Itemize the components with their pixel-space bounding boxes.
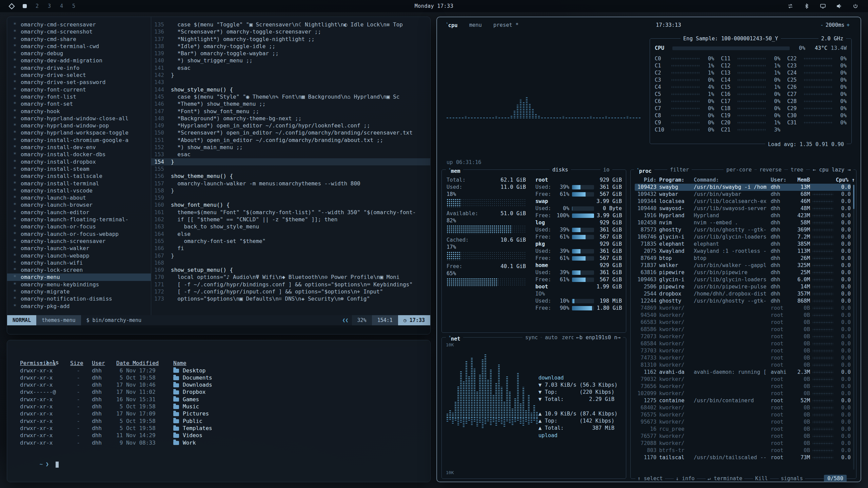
process-row[interactable]: 72088 kworker/ root 0B 0.0 [635,440,851,447]
file-item[interactable]: * omarchy-install-terminal [7,180,151,187]
code-line[interactable]: 164 else [151,230,430,238]
process-row[interactable]: 109423 swaybg /usr/bin/swaybg -i /hom dh… [635,184,851,191]
workspace-button[interactable]: 4 [60,3,63,9]
process-row[interactable]: 68402 kworker/ root 0B 0.0 [635,404,851,411]
workspace-button[interactable]: 5 [72,3,75,9]
code-line[interactable]: 135 case $(menu "Toggle" "▣ Screensaver\… [151,21,430,28]
code-line[interactable]: 155 [151,165,430,172]
code-line[interactable]: 170 local options="♪ Audio\nΨ Wifi\n◆ Bl… [151,273,430,281]
file-item[interactable]: * omarchy-cmd-share [7,36,151,43]
file-item[interactable]: * omarchy-cmd-screenshot [7,28,151,35]
volume-icon[interactable] [836,3,842,9]
tab-io[interactable]: io [600,166,612,174]
code-line[interactable]: 136 *Screensaver*) omarchy-toggle-screen… [151,28,430,35]
file-item[interactable]: * omarchy-drive-set-password [7,79,151,86]
file-item[interactable]: * omarchy-launch-about [7,194,151,201]
code-line[interactable]: 147 *Font*) show_font_menu ;; [151,108,430,115]
file-item[interactable]: * omarchy-drive-select [7,72,151,79]
process-row[interactable]: 1170 tailscal /usr/sbin/tailscaled -- ro… [635,454,851,461]
update-icon[interactable] [787,3,793,9]
code-line[interactable]: 161 theme=$(menu "Font" "$(omarchy-font-… [151,209,430,216]
interval-decrease-button[interactable]: - [818,22,825,28]
proc-tree-toggle[interactable]: tree [788,166,806,174]
code-line[interactable]: 139 *Bar*) omarchy-toggle-waybar ;; [151,50,430,57]
proc-reverse-toggle[interactable]: reverse [757,166,784,174]
file-item[interactable]: * omarchy-lock-screen [7,266,151,273]
process-row[interactable]: 2544 dropbox /home/dhh/.dropbox-dist dhh… [635,290,851,298]
process-row[interactable]: 73703 kworker/ root 0B 0.0 [635,347,851,354]
process-row[interactable]: 95673 kworker/ root 0B 0.0 [635,419,851,426]
code-line[interactable]: 137 *Nightlight*) omarchy-toggle-nightli… [151,36,430,43]
process-row[interactable]: 76577 kworker/ root 0B 0.0 [635,433,851,440]
file-item[interactable]: * omarchy-debug [7,50,151,57]
process-row[interactable]: 109463 glycin-i /usr/lib/glycin-loaders … [635,276,851,283]
file-item[interactable]: * omarchy-pkg-add [7,303,151,310]
file-item[interactable]: * omarchy-install-vscode [7,187,151,194]
code-line[interactable]: 140 *) show_trigger_menu ;; [151,57,430,64]
code-line[interactable]: 168 [151,259,430,266]
proc-scrollbar[interactable] [853,185,854,470]
file-item[interactable]: * omarchy-install-dropbox [7,158,151,165]
process-row[interactable]: 87573 ghostty /usr/bin/ghostty --gtk- dh… [635,226,851,233]
file-item[interactable]: * omarchy-hyprland-window-pop [7,122,151,129]
code-line[interactable]: 167 } [151,252,430,259]
code-line[interactable]: 165 omarchy-font-set "$theme" [151,238,430,245]
process-row[interactable]: 1162 avahi-da avahi-daemon: running [ av… [635,369,851,376]
file-item[interactable]: * omarchy-launch-editor [7,209,151,216]
process-row[interactable]: 76575 kworker/ root 0B 0.0 [635,411,851,419]
preset-button[interactable]: preset * [493,22,519,28]
tab-proc[interactable]: ⁴proc [634,166,654,174]
file-item[interactable]: * omarchy-install-chromium-google-a [7,137,151,144]
process-row[interactable]: 1275 containe /usr/bin/containerd root 5… [635,397,851,404]
process-row[interactable]: 1916 Hyprland Hyprland dhh 423M 0.0 [635,212,851,219]
proc-key-hint[interactable]: ↓ info [674,475,697,482]
process-row[interactable]: 71835 elephant elephant dhh 385M 0.0 [635,241,851,248]
process-row[interactable]: 12244 ghostty /usr/bin/ghostty --gtk- dh… [635,298,851,305]
file-item[interactable]: * omarchy-dev-add-migration [7,57,151,64]
process-row[interactable]: 66583 kworker/ root 0B 0.0 [635,319,851,326]
file-item[interactable]: * omarchy-install-steam [7,165,151,172]
file-item[interactable]: * omarchy-launch-webapp [7,252,151,259]
workspace-button[interactable]: 3 [48,3,51,9]
code-line[interactable]: 145 case $(menu "Style" "◉ Theme\n✎ Font… [151,93,430,100]
proc-key-hint[interactable]: ↵ terminate [706,475,745,482]
code-line[interactable]: 169 show_setup_menu() { [151,266,430,273]
workspace-button[interactable]: 2 [36,3,39,9]
process-row[interactable]: 74733 kworker/ root 0B 0.0 [635,354,851,362]
display-icon[interactable] [820,3,826,9]
terminal-window[interactable]: ~❯ls PermissionsSizeUserDate ModifiedNam… [7,340,431,482]
file-item[interactable]: * omarchy-hook [7,108,151,115]
tab-cpu[interactable]: ¹cpu [446,22,458,28]
code-line[interactable]: 156 show_theme_menu() { [151,172,430,180]
net-sync-button[interactable]: sync [522,334,540,341]
file-item[interactable]: * omarchy-menu-keybindings [7,281,151,288]
code-line[interactable]: 141 esac [151,64,430,72]
proc-key-hint[interactable]: ↑ select [635,475,665,482]
net-auto-button[interactable]: auto [542,334,560,341]
file-item[interactable]: * omarchy-menu [7,273,151,281]
code-line[interactable]: 173 options="$options\n▣ Defaults\n⌗ DNS… [151,295,430,302]
workspace-active-indicator[interactable] [23,4,27,8]
code-line[interactable]: 152 *) show_main_menu ;; [151,144,430,151]
process-row[interactable]: 94540 kworker/ root 0B 0.0 [635,312,851,319]
process-row[interactable]: 73656 kworker/ root 0B 0.0 [635,383,851,390]
file-item[interactable]: * omarchy-launch-screensaver [7,238,151,245]
proc-filter-button[interactable]: filter [667,166,692,174]
code-line[interactable]: 146 *Theme*) show_theme_menu ;; [151,100,430,107]
net-interface-switcher[interactable]: ←b enp191s0 n→ [573,334,623,341]
file-item[interactable]: * omarchy-notification-dismiss [7,295,151,302]
process-row[interactable]: 71837 walker /usr/bin/walker --gappl dhh… [635,262,851,269]
process-row[interactable]: 79032 kworker/ root 0B 0.0 [635,376,851,383]
process-row[interactable]: 63816 pipewire /usr/bin/pipewire dhh 25M… [635,269,851,276]
code-line[interactable]: 142 } [151,72,430,79]
file-item[interactable]: * omarchy-font-set [7,100,151,107]
proc-scrollbar-thumb[interactable] [853,185,854,209]
code-line[interactable]: 143 [151,79,430,86]
proc-key-hint[interactable]: Kill [753,475,770,482]
proc-key-hint[interactable]: signals [779,475,805,482]
process-row[interactable]: 81310 kworker/ root 0B 0.0 [635,362,851,369]
code-line[interactable]: 160 show_font_menu() { [151,201,430,208]
code-line[interactable]: 157 omarchy-launch-walker -m menus:omarc… [151,180,430,187]
file-item[interactable]: * omarchy-font-current [7,86,151,93]
file-item[interactable]: * omarchy-launch-floating-terminal- [7,216,151,223]
